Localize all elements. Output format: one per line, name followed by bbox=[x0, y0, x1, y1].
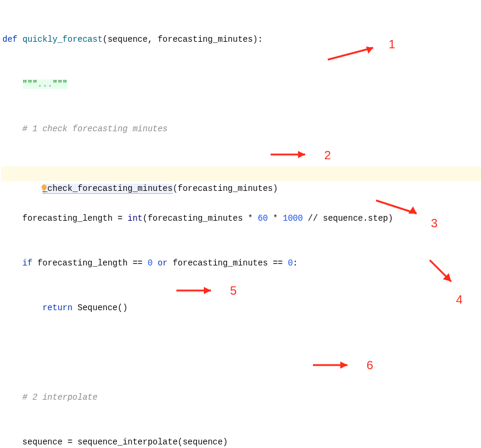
comment: # 2 interpolate bbox=[23, 393, 98, 402]
warned-call: _check_forecasting_minutes bbox=[42, 184, 172, 193]
svg-rect-0 bbox=[44, 191, 46, 191]
folded-docstring[interactable]: """...""" bbox=[23, 79, 68, 89]
code-line[interactable]: forecasting_length = int(forecasting_min… bbox=[1, 211, 481, 226]
code-line[interactable]: # 2 interpolate bbox=[1, 390, 481, 405]
blank-line[interactable] bbox=[1, 345, 481, 360]
keyword-def: def bbox=[2, 35, 17, 44]
builtin-int: int bbox=[128, 214, 142, 223]
code-line[interactable]: """...""" bbox=[1, 77, 481, 92]
svg-rect-1 bbox=[44, 191, 45, 192]
code-line[interactable]: return Sequence() bbox=[1, 301, 481, 316]
code-line[interactable]: sequence = sequence_interpolate(sequence… bbox=[1, 435, 481, 448]
lightbulb-icon[interactable] bbox=[10, 169, 19, 178]
code-line[interactable]: # 1 check forecasting minutes bbox=[1, 122, 481, 137]
comment: # 1 check forecasting minutes bbox=[23, 124, 168, 134]
code-line[interactable]: if forecasting_length == 0 or forecastin… bbox=[1, 256, 481, 271]
code-line[interactable]: _check_forecasting_minutes(forecasting_m… bbox=[1, 166, 481, 181]
signature: (sequence, forecasting_minutes): bbox=[103, 35, 263, 44]
code-line[interactable]: def quickly_forecast(sequence, forecasti… bbox=[1, 32, 481, 47]
code-editor[interactable]: def quickly_forecast(sequence, forecasti… bbox=[0, 0, 481, 448]
args: (forecasting_minutes) bbox=[173, 184, 278, 193]
function-name: quickly_forecast bbox=[23, 35, 103, 44]
